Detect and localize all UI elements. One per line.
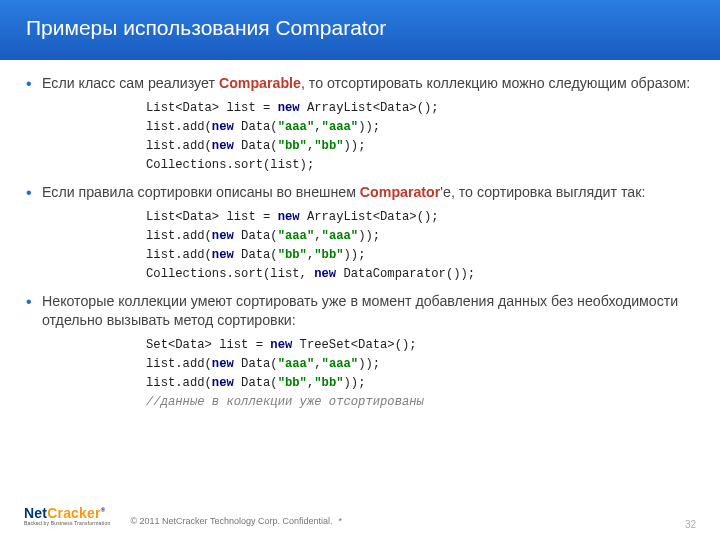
logo-part-1: Net <box>24 505 47 521</box>
bullet-3: Некоторые коллекции умеют сортировать уж… <box>26 292 694 330</box>
slide-content: Если класс сам реализует Comparable, то … <box>0 60 720 412</box>
code-text: Data( <box>234 376 278 390</box>
code-text: , <box>314 229 321 243</box>
code-text: TreeSet<Data>(); <box>292 338 416 352</box>
code-text: Data( <box>234 248 278 262</box>
slide-header: Примеры использования Comparator <box>0 0 720 60</box>
keyword: new <box>314 267 336 281</box>
bullet-1-highlight: Comparable <box>219 75 301 91</box>
slide-title: Примеры использования Comparator <box>26 16 694 40</box>
bullet-2-text-a: Если правила сортировки описаны во внешн… <box>42 184 360 200</box>
code-block-1: List<Data> list = new ArrayList<Data>();… <box>146 99 694 175</box>
keyword: new <box>212 376 234 390</box>
string: "aaa" <box>278 229 315 243</box>
page-number: 32 <box>685 519 696 530</box>
string: "aaa" <box>322 120 359 134</box>
copyright: © 2011 NetCracker Technology Corp. Confi… <box>130 516 332 526</box>
code-text: Set<Data> list = <box>146 338 270 352</box>
code-text: Collections.sort(list, <box>146 267 314 281</box>
bullet-2: Если правила сортировки описаны во внешн… <box>26 183 694 202</box>
string: "bb" <box>314 139 343 153</box>
string: "bb" <box>278 248 307 262</box>
bullet-list: Некоторые коллекции умеют сортировать уж… <box>26 292 694 330</box>
string: "bb" <box>314 376 343 390</box>
code-text: list.add( <box>146 139 212 153</box>
keyword: new <box>278 101 300 115</box>
code-text: )); <box>344 248 366 262</box>
keyword: new <box>212 248 234 262</box>
bullet-3-text: Некоторые коллекции умеют сортировать уж… <box>42 293 678 328</box>
keyword: new <box>212 120 234 134</box>
string: "bb" <box>278 376 307 390</box>
code-text: Data( <box>234 120 278 134</box>
logo-tagline: Backed by Business Transformation <box>24 521 110 526</box>
code-text: ArrayList<Data>(); <box>300 101 439 115</box>
code-text: Data( <box>234 229 278 243</box>
code-text: list.add( <box>146 357 212 371</box>
keyword: new <box>270 338 292 352</box>
code-block-3: Set<Data> list = new TreeSet<Data>(); li… <box>146 336 694 412</box>
code-text: Data( <box>234 139 278 153</box>
code-block-2: List<Data> list = new ArrayList<Data>();… <box>146 208 694 284</box>
code-text: Collections.sort(list); <box>146 158 314 172</box>
bullet-1-text-b: , то отсортировать коллекцию можно следу… <box>301 75 690 91</box>
string: "bb" <box>278 139 307 153</box>
string: "bb" <box>314 248 343 262</box>
code-text: )); <box>358 357 380 371</box>
code-text: , <box>314 120 321 134</box>
code-text: list.add( <box>146 248 212 262</box>
code-text: , <box>314 357 321 371</box>
bullet-1: Если класс сам реализует Comparable, то … <box>26 74 694 93</box>
logo-part-2: Cracker <box>47 505 101 521</box>
footnote-star: * <box>338 516 342 526</box>
code-text: List<Data> list = <box>146 101 278 115</box>
comment: //данные в коллекции уже отсортированы <box>146 395 424 409</box>
code-text: list.add( <box>146 376 212 390</box>
string: "aaa" <box>278 357 315 371</box>
code-text: )); <box>344 376 366 390</box>
bullet-1-text-a: Если класс сам реализует <box>42 75 219 91</box>
bullet-2-highlight: Comparator <box>360 184 440 200</box>
string: "aaa" <box>322 229 359 243</box>
code-text: DataComparator()); <box>336 267 475 281</box>
code-text: Data( <box>234 357 278 371</box>
keyword: new <box>212 229 234 243</box>
bullet-2-text-b: 'е, то сортировка выглядит так: <box>440 184 645 200</box>
keyword: new <box>212 357 234 371</box>
code-text: ArrayList<Data>(); <box>300 210 439 224</box>
code-text: )); <box>358 229 380 243</box>
string: "aaa" <box>322 357 359 371</box>
keyword: new <box>212 139 234 153</box>
code-text: )); <box>358 120 380 134</box>
keyword: new <box>278 210 300 224</box>
code-text: List<Data> list = <box>146 210 278 224</box>
code-text: )); <box>344 139 366 153</box>
logo-text: NetCracker® <box>24 506 110 520</box>
code-text: list.add( <box>146 229 212 243</box>
string: "aaa" <box>278 120 315 134</box>
slide-footer: NetCracker® Backed by Business Transform… <box>0 496 720 536</box>
bullet-list: Если класс сам реализует Comparable, то … <box>26 74 694 93</box>
code-text: list.add( <box>146 120 212 134</box>
bullet-list: Если правила сортировки описаны во внешн… <box>26 183 694 202</box>
logo: NetCracker® Backed by Business Transform… <box>24 506 110 526</box>
